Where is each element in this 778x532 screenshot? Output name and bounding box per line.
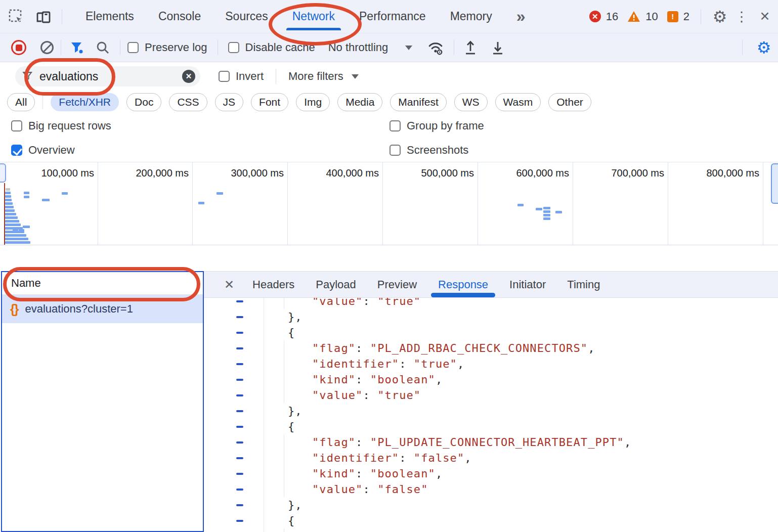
- chip-other[interactable]: Other: [548, 93, 591, 111]
- timeline-request-bar: [5, 202, 13, 205]
- disable-cache-checkbox[interactable]: [228, 42, 239, 53]
- filter-funnel-icon[interactable]: [68, 40, 85, 55]
- timeline-gridline: [382, 162, 383, 245]
- more-options-menu-icon[interactable]: ⋮: [731, 9, 752, 25]
- export-har-icon[interactable]: [489, 40, 507, 55]
- warning-count[interactable]: 10: [645, 10, 658, 23]
- indent-guide: [284, 466, 284, 481]
- overview-right-grip[interactable]: [771, 163, 778, 204]
- disable-cache-option[interactable]: Disable cache: [228, 41, 315, 54]
- response-code-viewer[interactable]: "value": "true"},{"flag": "PL_ADD_RBAC_C…: [204, 298, 778, 532]
- tab-memory[interactable]: Memory: [448, 10, 494, 23]
- detail-tab-preview[interactable]: Preview: [377, 278, 417, 291]
- close-detail-icon[interactable]: ✕: [224, 278, 234, 292]
- timeline-gridline: [287, 162, 288, 245]
- throttling-select[interactable]: No throttling: [328, 41, 413, 54]
- error-count[interactable]: 16: [606, 10, 618, 23]
- detail-tab-payload[interactable]: Payload: [316, 278, 356, 291]
- chip-wasm[interactable]: Wasm: [495, 93, 541, 111]
- tab-sources[interactable]: Sources: [223, 10, 270, 23]
- filter-input-value[interactable]: evaluations: [39, 70, 182, 83]
- tab-network[interactable]: Network: [290, 10, 337, 23]
- chip-css[interactable]: CSS: [169, 93, 207, 111]
- settings-gear-icon[interactable]: ⚙: [708, 7, 731, 26]
- detail-tab-response[interactable]: Response: [438, 278, 488, 291]
- response-code-line: },: [204, 309, 778, 325]
- network-settings-gear-icon[interactable]: ⚙: [750, 38, 778, 57]
- indent-guide: [284, 434, 284, 450]
- chip-manifest[interactable]: Manifest: [390, 93, 446, 111]
- error-badge-icon[interactable]: ✕: [589, 11, 601, 22]
- clear-filter-icon[interactable]: ✕: [182, 70, 195, 83]
- network-overview-timeline[interactable]: 100,000 ms200,000 ms300,000 ms400,000 ms…: [0, 162, 778, 245]
- overview-left-grip[interactable]: [0, 163, 6, 183]
- response-code-line: "kind": "boolean",: [204, 466, 778, 481]
- preserve-log-label: Preserve log: [145, 41, 207, 54]
- toolbar-separator: [61, 40, 61, 55]
- timeline-request-bar: [42, 199, 50, 201]
- timeline-request-bar: [5, 192, 11, 194]
- preserve-log-checkbox[interactable]: [127, 42, 139, 53]
- request-list-panel: Name {} evaluations?cluster=1: [1, 271, 204, 532]
- timeline-request-bar: [5, 199, 12, 201]
- invert-checkbox[interactable]: [219, 71, 230, 82]
- name-column-header[interactable]: Name: [2, 272, 203, 295]
- chip-ws[interactable]: WS: [454, 93, 488, 111]
- tab-elements[interactable]: Elements: [83, 10, 136, 23]
- network-conditions-icon[interactable]: [424, 40, 447, 55]
- timeline-request-bar: [5, 241, 30, 244]
- invert-label: Invert: [236, 70, 264, 83]
- toolbar-separator: [62, 9, 62, 24]
- more-tabs-icon[interactable]: »: [516, 7, 526, 26]
- chevron-down-icon: [405, 46, 412, 50]
- device-toolbar-icon[interactable]: [32, 9, 55, 24]
- detail-tab-timing[interactable]: Timing: [567, 278, 600, 291]
- import-har-icon[interactable]: [461, 40, 480, 55]
- timeline-gridline: [478, 162, 478, 245]
- chip-js[interactable]: JS: [215, 93, 244, 111]
- response-code-line: "value": "true": [204, 387, 778, 403]
- search-icon[interactable]: [93, 40, 113, 55]
- overview-option[interactable]: Overview: [11, 144, 390, 157]
- detail-tab-initiator[interactable]: Initiator: [509, 278, 546, 291]
- chip-doc[interactable]: Doc: [126, 93, 161, 111]
- toolbar-separator: [454, 40, 454, 55]
- overview-checkbox[interactable]: [11, 145, 22, 156]
- close-devtools-icon[interactable]: ✕: [752, 9, 778, 24]
- clear-network-log-button[interactable]: [40, 41, 54, 54]
- inspect-element-icon[interactable]: [7, 9, 25, 24]
- chip-font[interactable]: Font: [251, 93, 288, 111]
- chip-fetch-xhr[interactable]: Fetch/XHR: [51, 93, 119, 111]
- screenshots-option[interactable]: Screenshots: [390, 144, 468, 157]
- chip-media[interactable]: Media: [337, 93, 382, 111]
- issues-badge-icon[interactable]: !: [667, 11, 678, 22]
- timeline-request-bar: [543, 207, 550, 209]
- toolbar-separator: [742, 40, 743, 55]
- tab-performance[interactable]: Performance: [357, 10, 428, 23]
- preserve-log-option[interactable]: Preserve log: [127, 41, 207, 54]
- record-network-log-button[interactable]: [11, 40, 26, 55]
- tab-console[interactable]: Console: [156, 10, 203, 23]
- timeline-request-bar: [543, 217, 550, 220]
- big-request-rows-label: Big request rows: [28, 119, 111, 132]
- filter-input[interactable]: evaluations ✕: [15, 66, 200, 86]
- response-code-line: "kind": "boolean",: [204, 372, 778, 387]
- invert-filter-option[interactable]: Invert: [219, 70, 264, 83]
- big-request-rows-checkbox[interactable]: [11, 120, 22, 131]
- detail-tabbar: ✕ HeadersPayloadPreviewResponseInitiator…: [204, 272, 778, 298]
- timeline-request-bar: [5, 216, 18, 219]
- chip-all[interactable]: All: [7, 93, 35, 111]
- group-by-frame-checkbox[interactable]: [390, 120, 401, 131]
- big-request-rows-option[interactable]: Big request rows: [11, 119, 390, 132]
- more-filters-dropdown[interactable]: More filters: [288, 70, 359, 83]
- timeline-request-bar: [198, 202, 204, 204]
- group-by-frame-option[interactable]: Group by frame: [390, 119, 484, 132]
- detail-tab-headers[interactable]: Headers: [252, 278, 294, 291]
- response-code-line: {: [204, 419, 778, 434]
- chip-img[interactable]: Img: [296, 93, 330, 111]
- screenshots-checkbox[interactable]: [390, 145, 401, 156]
- warning-badge-icon[interactable]: [627, 11, 640, 23]
- issues-count[interactable]: 2: [683, 10, 689, 23]
- request-row[interactable]: {} evaluations?cluster=1: [2, 295, 203, 323]
- timeline-request-bar: [5, 238, 28, 240]
